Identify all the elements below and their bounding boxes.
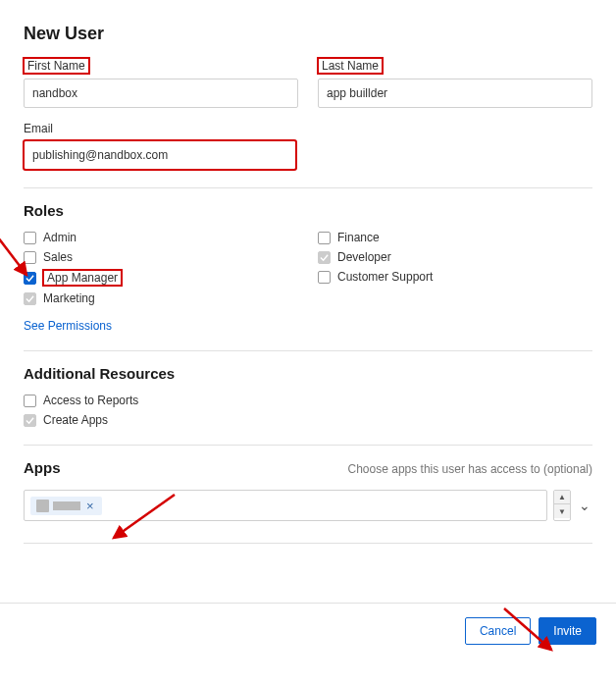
divider bbox=[24, 187, 592, 188]
first-name-label: First Name bbox=[24, 58, 89, 74]
role-sales[interactable]: Sales bbox=[24, 250, 298, 264]
divider bbox=[24, 543, 592, 544]
role-label: Admin bbox=[43, 231, 77, 244]
role-customer-support[interactable]: Customer Support bbox=[318, 270, 592, 284]
apps-hint: Choose apps this user has access to (opt… bbox=[348, 462, 592, 476]
first-name-input[interactable] bbox=[24, 79, 298, 108]
dropdown-chevron-icon[interactable]: ⌄ bbox=[577, 490, 592, 521]
checkbox-icon[interactable] bbox=[24, 232, 36, 244]
resource-access-reports[interactable]: Access to Reports bbox=[24, 394, 592, 407]
last-name-input[interactable] bbox=[318, 79, 592, 108]
checkbox-icon[interactable] bbox=[24, 395, 36, 407]
page-title: New User bbox=[24, 24, 592, 44]
email-input[interactable] bbox=[24, 140, 296, 170]
apps-multiselect[interactable]: × bbox=[24, 490, 547, 521]
resource-label: Create Apps bbox=[43, 413, 108, 427]
app-tag[interactable]: × bbox=[30, 497, 102, 515]
invite-button[interactable]: Invite bbox=[539, 617, 596, 645]
checkbox-disabled-icon bbox=[24, 414, 36, 427]
chevron-up-icon[interactable]: ▲ bbox=[554, 491, 570, 504]
role-label: Customer Support bbox=[337, 270, 433, 284]
checkbox-icon[interactable] bbox=[318, 232, 331, 244]
checkbox-checked-icon[interactable] bbox=[24, 272, 36, 285]
additional-heading: Additional Resources bbox=[24, 365, 592, 382]
checkbox-icon[interactable] bbox=[318, 271, 331, 284]
divider bbox=[24, 445, 592, 446]
app-icon bbox=[36, 500, 49, 512]
cancel-button[interactable]: Cancel bbox=[465, 617, 531, 645]
role-label: Finance bbox=[337, 231, 380, 244]
role-finance[interactable]: Finance bbox=[318, 231, 592, 244]
role-marketing[interactable]: Marketing bbox=[24, 291, 298, 305]
role-app-manager[interactable]: App Manager bbox=[24, 270, 298, 286]
resource-create-apps[interactable]: Create Apps bbox=[24, 413, 592, 427]
app-name-redacted bbox=[53, 501, 80, 510]
role-label: Developer bbox=[337, 250, 391, 264]
last-name-label: Last Name bbox=[318, 58, 383, 74]
checkbox-disabled-icon bbox=[318, 251, 331, 264]
chevron-down-icon[interactable]: ▼ bbox=[554, 504, 570, 518]
apps-heading: Apps bbox=[24, 459, 61, 476]
roles-heading: Roles bbox=[24, 202, 592, 219]
role-label: Sales bbox=[43, 250, 73, 264]
email-label: Email bbox=[24, 122, 296, 135]
apps-stepper[interactable]: ▲ ▼ bbox=[553, 490, 571, 521]
divider bbox=[24, 350, 592, 351]
checkbox-disabled-icon bbox=[24, 292, 36, 305]
resource-label: Access to Reports bbox=[43, 394, 138, 407]
role-label: App Manager bbox=[43, 270, 122, 286]
remove-tag-icon[interactable]: × bbox=[84, 500, 96, 512]
role-label: Marketing bbox=[43, 291, 95, 305]
checkbox-icon[interactable] bbox=[24, 251, 36, 264]
role-admin[interactable]: Admin bbox=[24, 231, 298, 244]
role-developer[interactable]: Developer bbox=[318, 250, 592, 264]
see-permissions-link[interactable]: See Permissions bbox=[24, 319, 112, 333]
